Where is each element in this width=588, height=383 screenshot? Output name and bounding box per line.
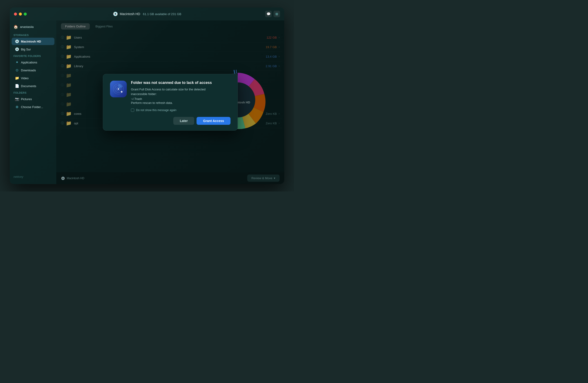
modal-app-icon: [110, 81, 127, 97]
sidebar-item-documents[interactable]: 📄 Documents: [12, 82, 54, 90]
window-title: Macintosh HD: [120, 12, 140, 16]
downloads-label: Downloads: [21, 69, 36, 72]
sidebar-item-video[interactable]: 📁 Video: [12, 74, 54, 82]
user-icon: 🏠: [14, 25, 18, 29]
sidebar-footer: nektony: [10, 172, 56, 181]
documents-icon: 📄: [15, 84, 19, 88]
sidebar: 🏠 anastasiia Storages 💿 Macintosh HD 💿 B…: [10, 20, 56, 184]
main-layout: 🏠 anastasiia Storages 💿 Macintosh HD 💿 B…: [10, 20, 284, 184]
sidebar-user: 🏠 anastasiia: [10, 23, 56, 32]
modal-overlay: Folder was not scanned due to lack of ac…: [56, 20, 284, 184]
sidebar-item-choose-folder[interactable]: ⊕ Choose Folder...: [12, 103, 54, 111]
applications-icon: ✦: [15, 60, 19, 64]
big-sur-icon: 💿: [15, 47, 19, 51]
titlebar-actions: 💬 ⊞: [265, 11, 280, 17]
grant-access-button[interactable]: Grant Access: [197, 117, 231, 125]
choose-folder-label: Choose Folder...: [21, 105, 43, 109]
video-icon: 📁: [15, 76, 19, 80]
pictures-icon: 📷: [15, 97, 19, 101]
titlebar: 💿 Macintosh HD 61.1 GB available of 231 …: [10, 7, 284, 20]
storages-label: Storages: [10, 32, 56, 38]
choose-folder-icon: ⊕: [15, 105, 19, 109]
video-label: Video: [21, 77, 29, 80]
macintosh-hd-label: Macintosh HD: [21, 40, 41, 43]
sidebar-item-downloads[interactable]: ⊙ Downloads: [12, 66, 54, 74]
maximize-button[interactable]: [24, 13, 27, 16]
grid-button[interactable]: ⊞: [273, 11, 280, 17]
modal-checkbox-row: Do not show this message again: [131, 109, 231, 112]
later-button[interactable]: Later: [173, 117, 194, 125]
titlebar-center: 💿 Macintosh HD 61.1 GB available of 231 …: [113, 11, 181, 17]
sidebar-item-applications[interactable]: ✦ Applications: [12, 58, 54, 66]
modal-dialog: Folder was not scanned due to lack of ac…: [103, 74, 238, 130]
big-sur-label: Big Sur: [21, 48, 31, 51]
chat-button[interactable]: 💬: [265, 11, 272, 17]
pictures-label: Pictures: [21, 97, 32, 101]
svg-point-7: [121, 91, 123, 93]
minimize-button[interactable]: [19, 13, 22, 16]
dont-show-label: Do not show this message again: [136, 109, 176, 112]
close-button[interactable]: [14, 13, 17, 16]
sidebar-item-big-sur[interactable]: 💿 Big Sur: [12, 46, 54, 53]
applications-label: Applications: [21, 61, 37, 64]
dont-show-checkbox[interactable]: [131, 109, 134, 112]
macintosh-hd-icon: 💿: [15, 39, 19, 43]
drive-icon: 💿: [113, 11, 118, 17]
folders-label: Folders: [10, 90, 56, 95]
favorite-folders-label: Favorite folders: [10, 53, 56, 58]
downloads-icon: ⊙: [15, 68, 19, 72]
modal-text-block: Folder was not scanned due to lack of ac…: [131, 81, 231, 112]
sidebar-item-macintosh-hd[interactable]: 💿 Macintosh HD: [12, 38, 54, 45]
modal-top-section: Folder was not scanned due to lack of ac…: [110, 81, 231, 112]
documents-label: Documents: [21, 84, 36, 88]
modal-body-line1: Grant Full Disk Access to calculate size…: [131, 87, 231, 96]
window-subtitle: 61.1 GB available of 231 GB: [143, 12, 181, 16]
sidebar-item-pictures[interactable]: 📷 Pictures: [12, 95, 54, 103]
traffic-lights: [14, 13, 27, 16]
modal-body-line3: Perform rescan to refresh data.: [131, 101, 231, 105]
content-area: Folders Outline Biggest Files ⓘ 📁 Users …: [56, 20, 284, 184]
app-window: 💿 Macintosh HD 61.1 GB available of 231 …: [10, 7, 284, 184]
modal-buttons: Later Grant Access: [110, 117, 231, 125]
username: anastasiia: [20, 25, 34, 29]
modal-title: Folder was not scanned due to lack of ac…: [131, 81, 231, 85]
modal-path: ~/.Trash: [131, 97, 231, 101]
